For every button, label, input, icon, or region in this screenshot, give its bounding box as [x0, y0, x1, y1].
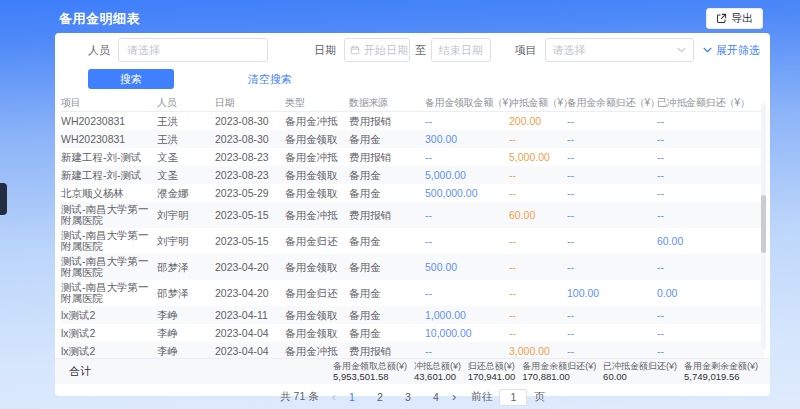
- cell-source: 备用金: [349, 234, 425, 249]
- cell-offset-amount: --: [509, 234, 567, 249]
- scrollbar-thumb[interactable]: [761, 195, 766, 253]
- next-page-button[interactable]: ›: [450, 390, 458, 404]
- cell-offset-return-amount: --: [657, 132, 753, 147]
- cell-balance-return-amount: --: [567, 114, 657, 129]
- cell-offset-amount: 200.00: [509, 114, 567, 129]
- cell-type: 备用金冲抵: [285, 344, 349, 359]
- cell-person: 文圣: [157, 150, 215, 165]
- cell-received-amount: 10,000.00: [425, 326, 509, 341]
- cell-type: 备用金冲抵: [285, 208, 349, 223]
- expand-filter-label: 展开筛选: [716, 43, 760, 58]
- cell-balance-return-amount: --: [567, 168, 657, 183]
- page-number-button[interactable]: 1: [345, 391, 359, 403]
- cell-source: 费用报销: [349, 150, 425, 165]
- summary-group-value: 60.00: [603, 372, 677, 382]
- clear-search-link[interactable]: 清空搜索: [248, 72, 292, 87]
- cell-type: 备用金领取: [285, 308, 349, 323]
- cell-date: 2023-04-04: [215, 344, 285, 359]
- cell-person: 李峥: [157, 308, 215, 323]
- cell-offset-return-amount: --: [657, 344, 753, 359]
- column-header: 备用金余额归还（¥）: [567, 96, 657, 110]
- table-row: 测试-南昌大学第一附属医院 刘宇明 2023-05-15 备用金归还 备用金 -…: [61, 228, 764, 254]
- filter-bar: 人员 日期 开始日期 至 结束日期 项目 请选择: [88, 38, 760, 62]
- cell-offset-return-amount: 60.00: [657, 234, 753, 249]
- cell-received-amount: 500,000.00: [425, 186, 509, 201]
- cell-source: 备用金: [349, 308, 425, 323]
- project-filter-select[interactable]: 请选择: [545, 38, 694, 62]
- summary-group: 备用金余额归还(¥) 170,881.00: [522, 361, 596, 382]
- column-header: 类型: [285, 96, 349, 110]
- cell-offset-return-amount: --: [657, 150, 753, 165]
- cell-offset-return-amount: --: [657, 260, 753, 275]
- cell-type: 备用金归还: [285, 234, 349, 249]
- cell-offset-amount: 60.00: [509, 208, 567, 223]
- pagination-total-count: 共 71 条: [280, 390, 319, 404]
- person-filter-label: 人员: [88, 43, 110, 58]
- cell-project: 测试-南昌大学第一附属医院: [61, 280, 157, 306]
- cell-offset-amount: --: [509, 260, 567, 275]
- cell-date: 2023-04-20: [215, 260, 285, 275]
- export-button[interactable]: 导出: [706, 8, 763, 29]
- actions-row: 搜索 清空搜索: [88, 69, 770, 89]
- cell-person: 刘宇明: [157, 234, 215, 249]
- cell-person: 李峥: [157, 344, 215, 359]
- column-header: 冲抵金额（¥）: [509, 96, 567, 110]
- page-number-button[interactable]: 4: [429, 391, 443, 403]
- cell-project: 新建工程-刘-测试: [61, 150, 157, 165]
- cell-type: 备用金领取: [285, 168, 349, 183]
- column-header: 数据来源: [349, 96, 425, 110]
- summary-group-value: 170,941.00: [468, 372, 516, 382]
- cell-type: 备用金冲抵: [285, 150, 349, 165]
- goto-page-input[interactable]: [499, 389, 527, 406]
- export-icon: [716, 13, 727, 24]
- cell-project: 测试-南昌大学第一附属医院: [61, 202, 157, 228]
- end-date-placeholder: 结束日期: [439, 43, 483, 58]
- cell-offset-return-amount: 0.00: [657, 286, 753, 301]
- cell-balance-return-amount: --: [567, 260, 657, 275]
- cell-source: 备用金: [349, 260, 425, 275]
- cell-offset-amount: --: [509, 186, 567, 201]
- cell-person: 王洪: [157, 132, 215, 147]
- cell-project: 北京顺义杨林: [61, 186, 157, 201]
- cell-offset-return-amount: --: [657, 308, 753, 323]
- search-button[interactable]: 搜索: [88, 69, 174, 89]
- cell-offset-return-amount: --: [657, 186, 753, 201]
- date-filter-label: 日期: [314, 43, 336, 58]
- calendar-icon: [350, 45, 360, 55]
- cell-offset-amount: --: [509, 326, 567, 341]
- cell-date: 2023-05-15: [215, 234, 285, 249]
- chevron-down-icon: [677, 47, 686, 53]
- cell-received-amount: --: [425, 114, 509, 129]
- cell-source: 费用报销: [349, 208, 425, 223]
- export-label: 导出: [731, 11, 753, 26]
- date-range-separator: 至: [415, 43, 426, 58]
- cell-offset-amount: --: [509, 168, 567, 183]
- cell-received-amount: --: [425, 344, 509, 359]
- cell-source: 备用金: [349, 186, 425, 201]
- summary-group-label: 已冲抵金额归还(¥): [603, 361, 677, 371]
- expand-filter-button[interactable]: 展开筛选: [703, 43, 760, 58]
- sidebar-collapsed-handle[interactable]: [0, 183, 7, 215]
- person-filter-input[interactable]: [118, 38, 268, 62]
- cell-source: 备用金: [349, 326, 425, 341]
- end-date-input[interactable]: 结束日期: [431, 38, 491, 62]
- cell-received-amount: --: [425, 150, 509, 165]
- start-date-input[interactable]: 开始日期: [344, 38, 410, 62]
- goto-page-label: 前往: [471, 390, 492, 404]
- cell-person: 邵梦泽: [157, 286, 215, 301]
- cell-person: 王洪: [157, 114, 215, 129]
- page-title: 备用金明细表: [59, 10, 140, 28]
- cell-balance-return-amount: --: [567, 308, 657, 323]
- page-number-button[interactable]: 3: [401, 391, 415, 403]
- cell-project: lx测试2: [61, 326, 157, 341]
- page-number-button[interactable]: 2: [373, 391, 387, 403]
- table-scrollbar[interactable]: [761, 103, 766, 349]
- cell-date: 2023-08-30: [215, 114, 285, 129]
- cell-received-amount: 500.00: [425, 260, 509, 275]
- table-row: lx测试2 李峥 2023-04-04 备用金冲抵 费用报销 -- 3,000.…: [61, 342, 764, 358]
- summary-group-label: 备用金领取总额(¥): [333, 361, 407, 371]
- summary-row: 合计 备用金领取总额(¥) 5,953,501.58 冲抵总额(¥) 43,60…: [55, 358, 770, 384]
- prev-page-button[interactable]: ‹: [330, 390, 338, 404]
- summary-group: 已冲抵金额归还(¥) 60.00: [603, 361, 677, 382]
- page-background: 备用金明细表 导出 人员 日期 开始日期 至: [0, 0, 800, 409]
